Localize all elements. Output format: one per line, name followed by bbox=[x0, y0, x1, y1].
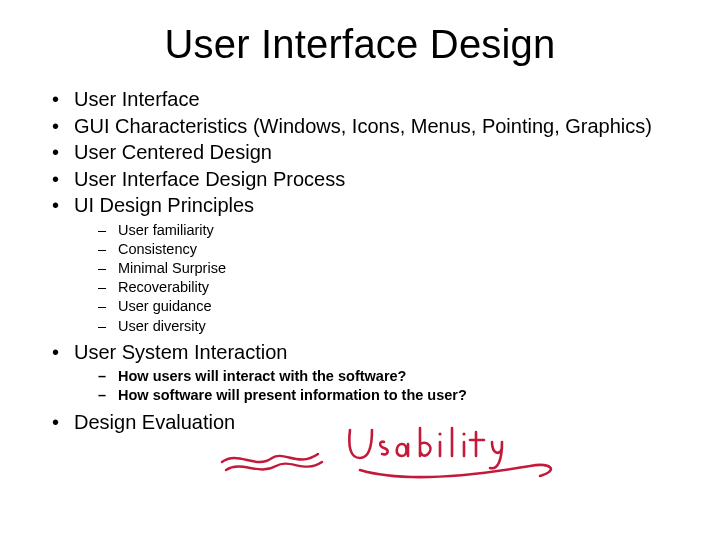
sub-bullet-item: Minimal Surprise bbox=[96, 259, 680, 278]
sub-bullet-item: User familiarity bbox=[96, 221, 680, 240]
bullet-list: User Interface GUI Characteristics (Wind… bbox=[40, 87, 680, 435]
bullet-item: User Centered Design bbox=[48, 140, 680, 166]
bullet-item: User System Interaction How users will i… bbox=[48, 340, 680, 406]
bullet-item: GUI Characteristics (Windows, Icons, Men… bbox=[48, 114, 680, 140]
slide-title: User Interface Design bbox=[40, 22, 680, 67]
bullet-item: Design Evaluation bbox=[48, 410, 680, 436]
sub-bullet-list: How users will interact with the softwar… bbox=[74, 367, 680, 405]
ink-squiggle-left bbox=[218, 440, 328, 480]
sub-bullet-list: User familiarity Consistency Minimal Sur… bbox=[74, 221, 680, 336]
sub-bullet-item: User guidance bbox=[96, 297, 680, 316]
bullet-label: UI Design Principles bbox=[74, 194, 254, 216]
bullet-item: User Interface Design Process bbox=[48, 167, 680, 193]
bullet-item: User Interface bbox=[48, 87, 680, 113]
sub-bullet-item: How users will interact with the softwar… bbox=[96, 367, 680, 386]
bullet-item: UI Design Principles User familiarity Co… bbox=[48, 193, 680, 335]
slide: User Interface Design User Interface GUI… bbox=[0, 0, 720, 540]
sub-bullet-item: How software will present information to… bbox=[96, 386, 680, 405]
sub-bullet-item: Consistency bbox=[96, 240, 680, 259]
sub-bullet-item: Recoverability bbox=[96, 278, 680, 297]
sub-bullet-item: User diversity bbox=[96, 317, 680, 336]
bullet-label: User System Interaction bbox=[74, 341, 287, 363]
